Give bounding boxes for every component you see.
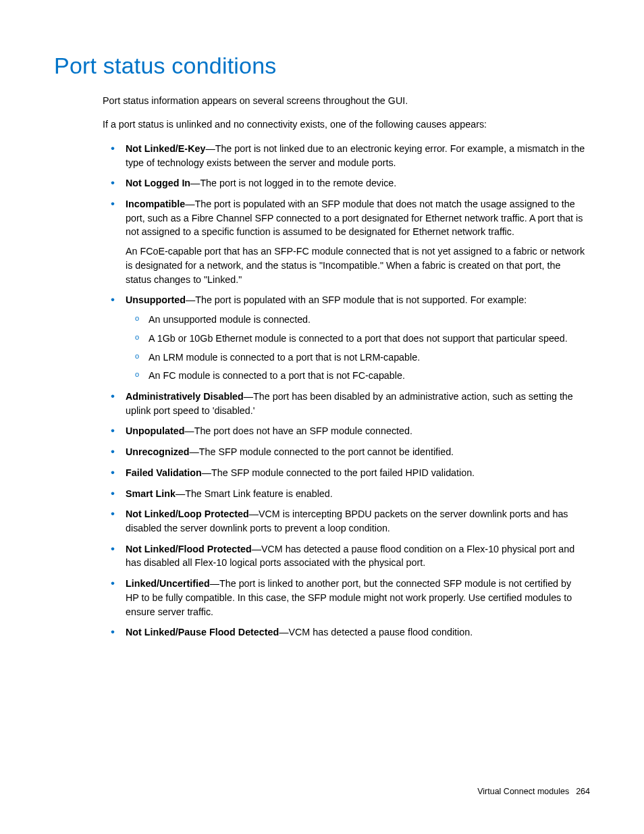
- extra-text: An FCoE-capable port that has an SFP-FC …: [126, 244, 586, 286]
- description: —The port is not logged in to the remote…: [190, 178, 396, 188]
- term: Not Linked/Flood Protected: [126, 544, 252, 554]
- term: Incompatible: [126, 199, 185, 209]
- description: —The port is populated with an SFP modul…: [186, 294, 527, 305]
- term: Failed Validation: [126, 467, 202, 478]
- list-item: Not Linked/Pause Flood Detected—VCM has …: [126, 625, 590, 640]
- intro-paragraph-2: If a port status is unlinked and no conn…: [103, 118, 590, 132]
- footer-section: Virtual Connect modules: [477, 787, 569, 796]
- term: Unsupported: [126, 294, 186, 305]
- term: Not Linked/Pause Flood Detected: [126, 627, 279, 637]
- term: Not Linked/Loop Protected: [126, 509, 249, 519]
- description: —The port is populated with an SFP modul…: [126, 199, 583, 237]
- sub-list: An unsupported module is connected. A 1G…: [126, 313, 586, 383]
- list-item: Unpopulated—The port does not have an SF…: [126, 424, 590, 438]
- page-title: Port status conditions: [54, 53, 590, 79]
- term: Not Linked/E-Key: [126, 143, 205, 154]
- term: Linked/Uncertified: [126, 578, 210, 589]
- description: —The SFP module connected to the port ca…: [190, 446, 454, 457]
- conditions-list: Not Linked/E-Key—The port is not linked …: [103, 142, 590, 640]
- term: Unrecognized: [126, 446, 190, 457]
- description: —The SFP module connected to the port fa…: [202, 467, 475, 478]
- sub-list-item: An LRM module is connected to a port tha…: [149, 350, 586, 365]
- description: —VCM has detected a pause flood conditio…: [279, 627, 473, 637]
- page-footer: Virtual Connect modules264: [477, 787, 590, 796]
- intro-paragraph-1: Port status information appears on sever…: [103, 94, 590, 108]
- list-item: Unrecognized—The SFP module connected to…: [126, 445, 590, 459]
- list-item: Failed Validation—The SFP module connect…: [126, 466, 590, 480]
- list-item: Unsupported—The port is populated with a…: [126, 293, 590, 383]
- intro-block: Port status information appears on sever…: [103, 94, 590, 132]
- footer-page-number: 264: [576, 787, 590, 796]
- extra-paragraph: An FCoE-capable port that has an SFP-FC …: [126, 244, 586, 286]
- description: —The Smart Link feature is enabled.: [176, 488, 333, 499]
- list-item: Linked/Uncertified—The port is linked to…: [126, 577, 590, 619]
- term: Smart Link: [126, 488, 176, 499]
- description: —The port does not have an SFP module co…: [184, 425, 412, 436]
- sub-list-item: A 1Gb or 10Gb Ethernet module is connect…: [149, 332, 586, 346]
- list-item: Administratively Disabled—The port has b…: [126, 390, 590, 417]
- list-item: Not Logged In—The port is not logged in …: [126, 176, 590, 190]
- term: Unpopulated: [126, 425, 184, 436]
- list-item: Not Linked/Flood Protected—VCM has detec…: [126, 542, 590, 570]
- sub-list-item: An FC module is connected to a port that…: [149, 369, 586, 383]
- term: Not Logged In: [126, 178, 190, 188]
- sub-list-item: An unsupported module is connected.: [149, 313, 586, 327]
- term: Administratively Disabled: [126, 391, 244, 402]
- list-item: Incompatible—The port is populated with …: [126, 197, 590, 286]
- list-item: Not Linked/Loop Protected—VCM is interce…: [126, 507, 590, 535]
- list-item: Smart Link—The Smart Link feature is ena…: [126, 487, 590, 501]
- list-item: Not Linked/E-Key—The port is not linked …: [126, 142, 590, 170]
